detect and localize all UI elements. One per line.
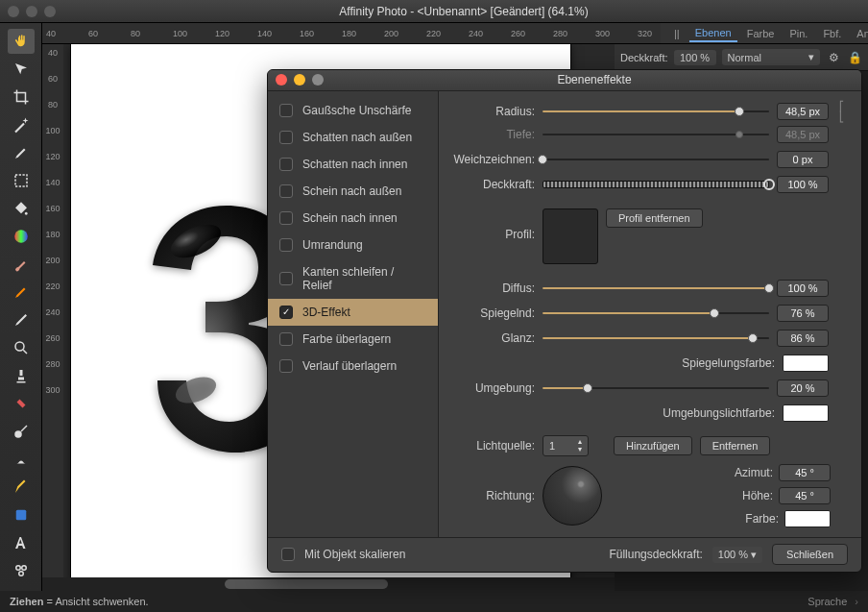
checkbox[interactable] <box>279 104 293 117</box>
fx-inner-shadow[interactable]: Schatten nach innen <box>268 151 438 178</box>
lock-icon[interactable]: 🔒 <box>847 50 862 65</box>
fx-bevel[interactable]: Kanten schleifen / Relief <box>268 258 438 299</box>
language-selector[interactable]: Sprache› <box>808 596 858 607</box>
tab-color[interactable]: Farbe <box>741 26 781 41</box>
remove-profile-button[interactable]: Profil entfernen <box>606 208 703 228</box>
specular-value[interactable]: 76 % <box>777 305 829 322</box>
app-titlebar: Affinity Photo - <Unbenannt> [Geändert] … <box>0 0 868 23</box>
stamp-tool[interactable] <box>8 363 35 388</box>
fx-inner-glow[interactable]: Schein nach innen <box>268 205 438 232</box>
row-amb-color: Umgebungslichtfarbe: <box>448 404 846 422</box>
text-tool[interactable] <box>8 530 35 555</box>
radius-value[interactable]: 48,5 px <box>777 103 829 120</box>
horizontal-scrollbar[interactable] <box>42 577 615 591</box>
ambient-slider[interactable] <box>542 381 769 395</box>
crop-tool[interactable] <box>8 85 35 110</box>
azimuth-value[interactable]: 45 ° <box>779 464 831 481</box>
diffuse-slider[interactable] <box>542 282 769 295</box>
checkbox[interactable] <box>279 158 293 171</box>
fx-gradient-overlay[interactable]: Verlauf überlagern <box>268 353 438 379</box>
dialog-close-button[interactable] <box>276 74 287 86</box>
fx-3d-effect[interactable]: 3D-Effekt <box>268 299 438 326</box>
row-soften: Weichzeichnen: 0 px <box>448 151 846 168</box>
add-light-button[interactable]: Hinzufügen <box>614 436 692 455</box>
close-button[interactable]: Schließen <box>772 544 848 565</box>
window-minimize-button[interactable] <box>26 6 37 17</box>
shine-slider[interactable] <box>542 331 769 345</box>
ruler-vertical: 406080100120140160180200220240260280300 <box>42 44 63 591</box>
opacity-value[interactable]: 100 % <box>674 50 716 65</box>
window-controls <box>8 6 56 17</box>
link-icon[interactable]: ⎡⎣ <box>836 101 846 122</box>
profile-preview[interactable] <box>542 208 598 264</box>
dialog-titlebar[interactable]: Ebeneneffekte <box>268 70 861 91</box>
tab-adjust[interactable]: Anp. <box>851 26 868 41</box>
checkbox[interactable] <box>279 184 293 198</box>
opacity-slider[interactable] <box>542 178 769 191</box>
soften-value[interactable]: 0 px <box>777 151 829 168</box>
dialog-zoom-button[interactable] <box>312 74 324 86</box>
tab-brushes[interactable]: Pin. <box>784 26 813 41</box>
flood-fill-tool[interactable] <box>8 196 35 221</box>
fill-opacity-value[interactable]: 100 % ▾ <box>712 547 762 563</box>
diffuse-value[interactable]: 100 % <box>777 280 829 297</box>
checkbox[interactable] <box>279 306 293 319</box>
tab-fbf[interactable]: Fbf. <box>817 26 847 41</box>
tab-history[interactable]: || <box>668 26 686 41</box>
shape-tool[interactable] <box>8 502 35 527</box>
pen-tool[interactable] <box>8 475 35 500</box>
checkbox[interactable] <box>279 272 293 285</box>
svg-point-5 <box>15 566 20 571</box>
checkbox[interactable] <box>279 131 293 144</box>
elevation-value[interactable]: 45 ° <box>779 487 831 504</box>
dialog-minimize-button[interactable] <box>294 74 305 86</box>
move-tool[interactable] <box>8 57 35 82</box>
depth-value[interactable]: 48,5 px <box>777 126 829 143</box>
fx-outer-shadow[interactable]: Schatten nach außen <box>268 124 438 151</box>
opacity-label: Deckkraft: <box>620 52 668 63</box>
depth-slider[interactable] <box>542 128 769 141</box>
pixel-tool[interactable] <box>8 307 35 332</box>
blend-mode-select[interactable]: Normal▾ <box>722 49 820 65</box>
direction-control[interactable] <box>542 466 602 526</box>
window-zoom-button[interactable] <box>44 6 56 17</box>
row-opacity: Deckkraft: 100 % <box>448 176 846 193</box>
ambient-color-swatch[interactable] <box>783 404 829 422</box>
color-replace-tool[interactable] <box>8 280 35 305</box>
zoom-tool[interactable] <box>8 335 35 360</box>
assets-tool[interactable] <box>8 558 35 583</box>
scale-with-object-checkbox[interactable] <box>281 548 295 561</box>
light-source-select[interactable]: 1▴▾ <box>542 435 589 456</box>
gradient-tool[interactable] <box>8 224 35 249</box>
window-close-button[interactable] <box>8 6 19 17</box>
tab-layers[interactable]: Ebenen <box>689 25 737 42</box>
gear-icon[interactable]: ⚙ <box>826 50 841 65</box>
marquee-tool[interactable] <box>8 168 35 193</box>
checkbox[interactable] <box>279 211 293 225</box>
dodge-tool[interactable] <box>8 419 35 444</box>
specular-color-swatch[interactable] <box>783 355 829 372</box>
opacity-value[interactable]: 100 % <box>777 176 829 193</box>
checkbox[interactable] <box>279 359 293 373</box>
fx-outline[interactable]: Umrandung <box>268 232 438 258</box>
fx-color-overlay[interactable]: Farbe überlagern <box>268 326 438 353</box>
hand-tool[interactable] <box>8 29 35 54</box>
svg-point-2 <box>15 342 24 351</box>
specular-slider[interactable] <box>542 306 769 320</box>
ambient-value[interactable]: 20 % <box>777 379 829 397</box>
light-color-swatch[interactable] <box>784 510 831 527</box>
checkbox[interactable] <box>279 332 293 346</box>
smudge-tool[interactable] <box>8 447 35 472</box>
shine-value[interactable]: 86 % <box>777 330 829 347</box>
checkbox[interactable] <box>279 238 293 252</box>
remove-light-button[interactable]: Entfernen <box>700 436 771 455</box>
soften-slider[interactable] <box>542 153 769 166</box>
heal-tool[interactable] <box>8 391 35 416</box>
fx-outer-glow[interactable]: Schein nach außen <box>268 178 438 205</box>
radius-slider[interactable] <box>542 105 769 118</box>
svg-point-1 <box>14 230 28 243</box>
fx-gaussian-blur[interactable]: Gaußsche Unschärfe <box>268 97 438 124</box>
wand-tool[interactable] <box>8 112 35 137</box>
brush-select-tool[interactable] <box>8 140 35 165</box>
paint-brush-tool[interactable] <box>8 252 35 277</box>
